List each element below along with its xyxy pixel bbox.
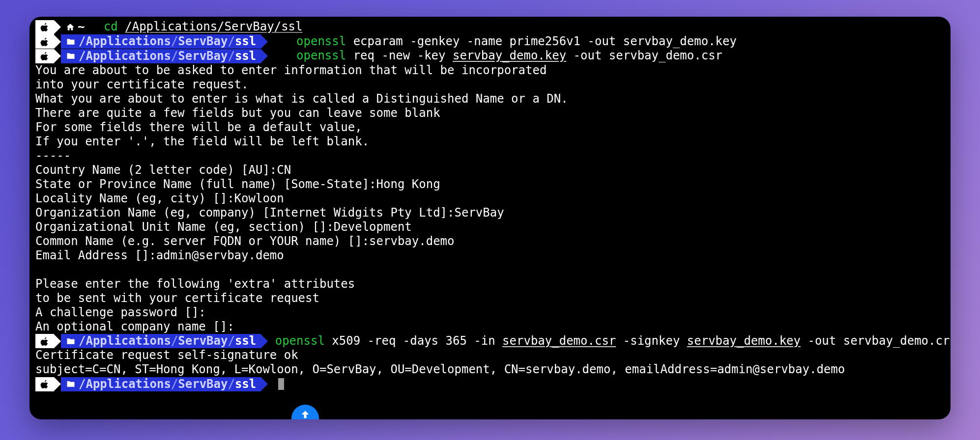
terminal-output: An optional company name []: xyxy=(29,320,951,334)
apple-icon xyxy=(35,377,54,391)
terminal-output: You are about to be asked to enter infor… xyxy=(29,63,951,78)
terminal-output: Email Address []:admin@servbay.demo xyxy=(29,248,951,263)
prompt-ssl: /Applications/ServBay/ssl xyxy=(35,34,268,49)
prompt-path: /Applications/ServBay/ssl xyxy=(61,334,261,348)
terminal-output: Locality Name (eg, city) []:Kowloon xyxy=(29,192,951,206)
upload-icon xyxy=(298,410,313,420)
cmd-req-keyfile: servbay_demo.key xyxy=(453,49,566,62)
cmd-cd-bin: cd xyxy=(104,20,118,33)
folder-icon xyxy=(66,37,76,47)
cmd-x509-csr: servbay_demo.csr xyxy=(502,334,616,348)
terminal-output: to be sent with your certificate request xyxy=(29,291,951,305)
terminal-output: Organization Name (eg, company) [Interne… xyxy=(29,206,951,220)
cmd-req-pre: req -new -key xyxy=(353,49,453,62)
cmd-x509-p3: -out servbay_demo.crt xyxy=(801,334,951,348)
terminal-output: State or Province Name (full name) [Some… xyxy=(29,177,951,192)
terminal-output: There are quite a few fields but you can… xyxy=(29,106,951,120)
prompt-home-tilde: ~ xyxy=(78,20,85,34)
cmd-req-post: -out servbay_demo.csr xyxy=(566,49,722,62)
terminal-output: What you are about to enter is what is c… xyxy=(29,92,951,106)
terminal-output: ----- xyxy=(29,149,951,163)
terminal-line: ~ cd /Applications/ServBay/ssl xyxy=(29,20,951,34)
prompt-path: /Applications/ServBay/ssl xyxy=(61,49,261,63)
terminal-line: /Applications/ServBay/ssl openssl req -n… xyxy=(29,49,951,63)
cmd-openssl: openssl xyxy=(275,334,325,348)
terminal-output: into your certificate request. xyxy=(29,78,951,92)
terminal-line[interactable]: /Applications/ServBay/ssl xyxy=(29,377,951,391)
terminal-output: Common Name (e.g. server FQDN or YOUR na… xyxy=(29,234,951,248)
prompt-home-path: ~ xyxy=(61,20,89,34)
folder-icon xyxy=(66,336,76,346)
terminal-output: If you enter '.', the field will be left… xyxy=(29,135,951,149)
terminal-line: /Applications/ServBay/ssl openssl ecpara… xyxy=(29,34,951,49)
prompt-ssl: /Applications/ServBay/ssl xyxy=(35,49,268,63)
terminal-output: subject=C=CN, ST=Hong Kong, L=Kowloon, O… xyxy=(29,362,951,377)
apple-icon xyxy=(35,34,54,49)
cmd-x509-p1: x509 -req -days 365 -in xyxy=(325,334,502,348)
prompt-home: ~ xyxy=(35,20,96,34)
terminal-output: Certificate request self-signature ok xyxy=(29,348,951,362)
apple-icon xyxy=(35,334,54,348)
cmd-x509-key: servbay_demo.key xyxy=(687,334,801,348)
apple-icon xyxy=(35,49,54,63)
prompt-path: /Applications/ServBay/ssl xyxy=(61,377,261,391)
terminal-line: /Applications/ServBay/ssl openssl x509 -… xyxy=(29,334,951,349)
folder-icon xyxy=(66,51,76,61)
apple-icon xyxy=(35,20,54,34)
terminal-window[interactable]: ~ cd /Applications/ServBay/ssl /Applicat… xyxy=(29,17,951,419)
cmd-cd-arg: /Applications/ServBay/ssl xyxy=(125,20,302,33)
terminal-cursor[interactable] xyxy=(278,378,284,390)
terminal-output: A challenge password []: xyxy=(29,305,951,320)
folder-icon xyxy=(66,379,76,389)
terminal-output: For some fields there will be a default … xyxy=(29,120,951,135)
prompt-ssl: /Applications/ServBay/ssl xyxy=(35,334,268,348)
cmd-openssl: openssl xyxy=(296,49,346,62)
cmd-openssl: openssl xyxy=(296,34,346,48)
prompt-path: /Applications/ServBay/ssl xyxy=(61,34,261,49)
cmd-x509-p2: -signkey xyxy=(616,334,687,348)
terminal-output: Organizational Unit Name (eg, section) [… xyxy=(29,220,951,234)
upload-button[interactable] xyxy=(291,405,319,419)
cmd-ecparam-args: ecparam -genkey -name prime256v1 -out se… xyxy=(353,34,737,48)
terminal-output: Please enter the following 'extra' attri… xyxy=(29,277,951,291)
prompt-ssl: /Applications/ServBay/ssl xyxy=(35,377,268,391)
terminal-output: Country Name (2 letter code) [AU]:CN xyxy=(29,163,951,177)
